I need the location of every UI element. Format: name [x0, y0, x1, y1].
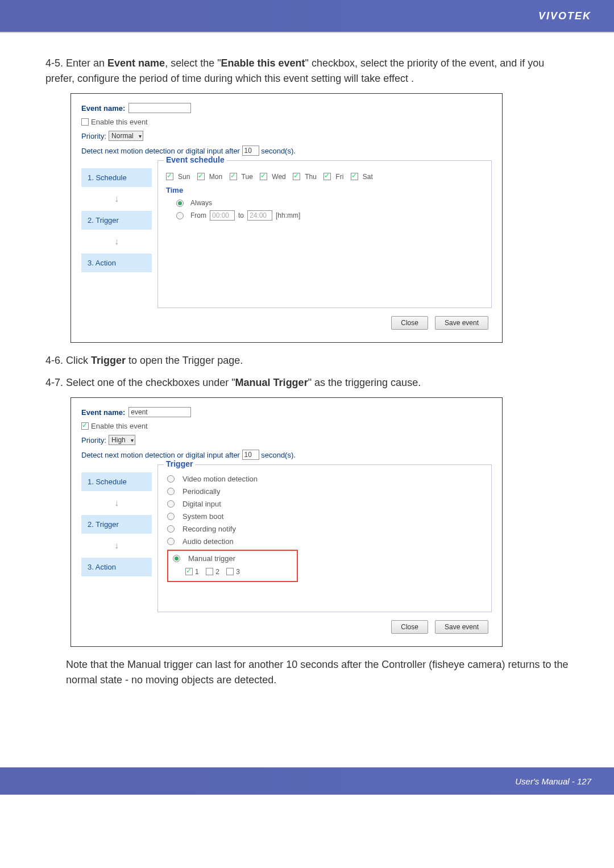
day-sun-checkbox[interactable] — [166, 173, 173, 180]
panel2-buttons: Close Save event — [81, 620, 488, 634]
event-name-row: Event name: — [81, 103, 492, 113]
priority-select[interactable]: Normal — [109, 131, 143, 141]
step-arrow-icon: ↓ — [81, 236, 152, 247]
trigger-digital-row: Digital input — [167, 500, 483, 508]
trigger-periodically-row: Periodically — [167, 487, 483, 496]
priority-select[interactable]: High — [109, 435, 135, 445]
trigger-recording-radio[interactable] — [167, 525, 175, 533]
always-label: Always — [190, 199, 212, 207]
day-mon-checkbox[interactable] — [197, 173, 205, 180]
panel1-body: 1. Schedule ↓ 2. Trigger ↓ 3. Action Eve… — [81, 160, 492, 308]
save-event-button[interactable]: Save event — [435, 316, 488, 330]
manual-2-checkbox[interactable] — [206, 568, 213, 575]
priority-label: Priority: — [81, 436, 106, 445]
day-wed-checkbox[interactable] — [260, 173, 267, 180]
panel1-buttons: Close Save event — [81, 316, 488, 330]
trigger-video-row: Video motion detection — [167, 475, 483, 483]
priority-row: Priority: High — [81, 435, 492, 445]
page-content: 4-5. Enter an Event name, select the "En… — [0, 33, 614, 699]
days-row: Sun Mon Tue Wed Thu Fri Sat — [166, 171, 483, 181]
trigger-legend: Trigger — [164, 459, 195, 468]
detect-seconds-input[interactable] — [242, 146, 259, 156]
event-name-label: Event name: — [81, 104, 125, 113]
enable-event-label: Enable this event — [91, 422, 148, 430]
brand-label: VIVOTEK — [538, 10, 591, 22]
to-label: to — [238, 211, 244, 219]
footer-bar: User's Manual - 127 — [0, 767, 614, 795]
schedule-legend: Event schedule — [164, 155, 227, 164]
event-name-input[interactable] — [128, 103, 191, 113]
note-text: Note that the Manual trigger can last fo… — [66, 657, 569, 688]
event-name-row: Event name: — [81, 407, 492, 417]
to-time-input[interactable] — [247, 210, 272, 221]
enable-event-row: Enable this event — [81, 118, 492, 126]
trigger-digital-radio[interactable] — [167, 500, 175, 508]
time-always-row: Always — [176, 199, 483, 207]
day-tue-checkbox[interactable] — [230, 173, 237, 180]
time-label: Time — [166, 186, 483, 194]
enable-event-row: Enable this event — [81, 422, 492, 430]
time-from-row: From to [hh:mm] — [176, 210, 483, 221]
manual-1-checkbox[interactable] — [185, 568, 193, 575]
instruction-4-6: 4-6. Click Trigger to open the Trigger p… — [45, 353, 569, 368]
step-schedule[interactable]: 1. Schedule — [81, 472, 152, 491]
footer-page-label: User's Manual - 127 — [515, 776, 591, 786]
step-action[interactable]: 3. Action — [81, 558, 152, 576]
trigger-audio-radio[interactable] — [167, 538, 175, 545]
event-panel-trigger: Event name: Enable this event Priority: … — [70, 397, 503, 647]
instruction-4-5: 4-5. Enter an Event name, select the "En… — [45, 56, 569, 86]
step-action[interactable]: 3. Action — [81, 254, 152, 272]
step-schedule[interactable]: 1. Schedule — [81, 168, 152, 187]
day-thu-checkbox[interactable] — [293, 173, 300, 180]
detect-seconds-input[interactable] — [242, 450, 259, 460]
detect-row: Detect next motion detection or digital … — [81, 146, 492, 156]
from-label: From — [190, 211, 206, 219]
trigger-manual-radio[interactable] — [173, 555, 180, 562]
step-arrow-icon: ↓ — [81, 541, 152, 551]
detect-row: Detect next motion detection or digital … — [81, 450, 492, 460]
trigger-periodically-radio[interactable] — [167, 488, 175, 495]
save-event-button[interactable]: Save event — [435, 620, 488, 634]
trigger-options: Video motion detection Periodically Digi… — [166, 475, 483, 582]
hhmm-hint: [hh:mm] — [276, 211, 300, 219]
manual-trigger-options: 1 2 3 — [185, 566, 292, 576]
from-time-input[interactable] — [210, 210, 235, 221]
trigger-audio-row: Audio detection — [167, 537, 483, 546]
instruction-4-7: 4-7. Select one of the checkboxes under … — [45, 375, 569, 391]
header-bar: VIVOTEK — [0, 0, 614, 32]
trigger-recording-row: Recording notify — [167, 525, 483, 533]
day-fri-checkbox[interactable] — [323, 173, 331, 180]
steps-nav: 1. Schedule ↓ 2. Trigger ↓ 3. Action — [81, 160, 152, 308]
step-trigger[interactable]: 2. Trigger — [81, 211, 152, 230]
step-arrow-icon: ↓ — [81, 498, 152, 508]
detect-suffix: second(s). — [261, 451, 296, 459]
enable-event-checkbox[interactable] — [81, 422, 89, 430]
enable-event-label: Enable this event — [91, 118, 148, 126]
detect-suffix: second(s). — [261, 147, 296, 155]
day-sat-checkbox[interactable] — [351, 173, 358, 180]
always-radio[interactable] — [176, 200, 184, 207]
from-radio[interactable] — [176, 212, 184, 219]
detect-prefix: Detect next motion detection or digital … — [81, 147, 240, 155]
steps-nav: 1. Schedule ↓ 2. Trigger ↓ 3. Action — [81, 464, 152, 612]
manual-trigger-highlight: Manual trigger 1 2 3 — [167, 550, 298, 582]
trigger-fieldset: Trigger Video motion detection Periodica… — [157, 464, 492, 612]
schedule-fieldset: Event schedule Sun Mon Tue Wed Thu Fri S… — [157, 160, 492, 308]
manual-3-checkbox[interactable] — [226, 568, 234, 575]
close-button[interactable]: Close — [391, 316, 428, 330]
priority-label: Priority: — [81, 132, 106, 140]
close-button[interactable]: Close — [391, 620, 428, 634]
panel2-body: 1. Schedule ↓ 2. Trigger ↓ 3. Action Tri… — [81, 464, 492, 612]
priority-row: Priority: Normal — [81, 131, 492, 141]
trigger-boot-row: System boot — [167, 512, 483, 521]
trigger-manual-row: Manual trigger — [173, 554, 292, 563]
trigger-boot-radio[interactable] — [167, 513, 175, 520]
trigger-video-radio[interactable] — [167, 475, 175, 483]
detect-prefix: Detect next motion detection or digital … — [81, 451, 240, 459]
step-trigger[interactable]: 2. Trigger — [81, 515, 152, 534]
event-name-label: Event name: — [81, 408, 125, 417]
event-name-input[interactable] — [128, 407, 191, 417]
step-arrow-icon: ↓ — [81, 194, 152, 204]
event-panel-schedule: Event name: Enable this event Priority: … — [70, 93, 503, 343]
enable-event-checkbox[interactable] — [81, 118, 89, 126]
